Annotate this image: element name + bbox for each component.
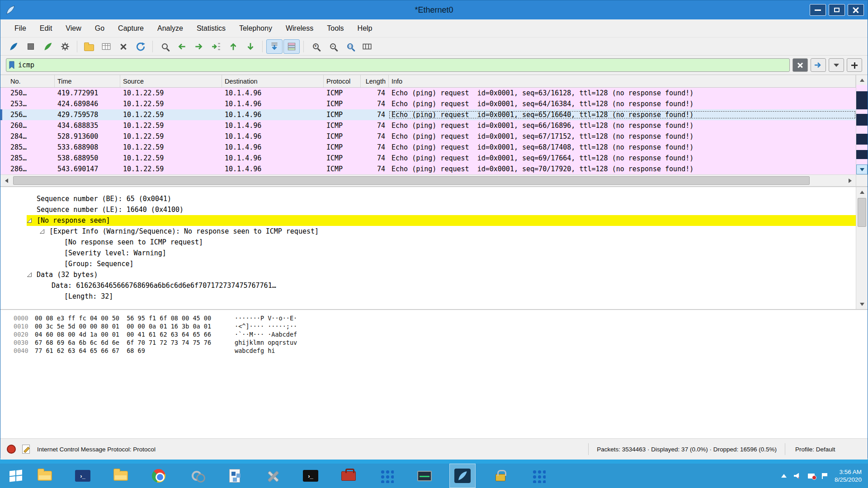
- capture-options-button[interactable]: [57, 39, 73, 54]
- hex-line[interactable]: 003067 68 69 6a 6b 6c 6d 6e 6f 70 71 72 …: [0, 339, 868, 347]
- action-center-icon[interactable]: [822, 473, 827, 479]
- taskbar-clock[interactable]: 3:56 AM 8/25/2020: [835, 468, 862, 483]
- taskbar-app-grid[interactable]: [373, 464, 400, 488]
- column-info[interactable]: Info: [389, 75, 856, 87]
- go-back-button[interactable]: [174, 39, 190, 54]
- taskbar-server-manager[interactable]: [335, 464, 362, 488]
- menu-help[interactable]: Help: [352, 22, 378, 35]
- details-scroll-up-button[interactable]: [856, 187, 868, 197]
- filter-dropdown-button[interactable]: [829, 58, 844, 72]
- restart-capture-button[interactable]: [40, 39, 56, 54]
- expert-info-button[interactable]: [7, 445, 16, 454]
- close-button[interactable]: [848, 4, 864, 16]
- taskbar-folder[interactable]: [108, 464, 134, 488]
- go-forward-button[interactable]: [191, 39, 207, 54]
- hex-line[interactable]: 004077 61 62 63 64 65 66 67 68 69wabcdef…: [0, 347, 868, 355]
- detail-line[interactable]: Data (32 bytes): [0, 269, 856, 280]
- expand-triangle-icon[interactable]: [39, 229, 45, 234]
- display-filter-input[interactable]: [18, 61, 788, 69]
- go-first-button[interactable]: [225, 39, 241, 54]
- menu-edit[interactable]: Edit: [34, 22, 58, 35]
- menu-view[interactable]: View: [60, 22, 87, 35]
- taskbar-services[interactable]: [184, 464, 210, 488]
- menu-go[interactable]: Go: [89, 22, 110, 35]
- packet-minimap[interactable]: [856, 85, 868, 164]
- taskbar-command-prompt[interactable]: ›_: [297, 464, 324, 488]
- hscroll-thumb[interactable]: [13, 176, 810, 185]
- details-scroll-track[interactable]: [856, 197, 868, 299]
- detail-line[interactable]: [No response seen to ICMP request]: [0, 237, 856, 248]
- maximize-button[interactable]: [829, 4, 845, 16]
- start-capture-button[interactable]: [5, 39, 22, 54]
- detail-line[interactable]: [Group: Sequence]: [0, 258, 856, 269]
- capture-comment-button[interactable]: [22, 445, 30, 454]
- zoom-original-button[interactable]: 1:1: [342, 39, 358, 54]
- save-file-button[interactable]: [98, 39, 114, 54]
- horizontal-scrollbar[interactable]: [0, 174, 868, 186]
- expand-triangle-icon[interactable]: [27, 272, 32, 277]
- display-filter-field[interactable]: [6, 58, 790, 72]
- taskbar-app-grid-2[interactable]: [525, 464, 552, 488]
- menu-telephony[interactable]: Telephony: [233, 22, 278, 35]
- hscroll-track[interactable]: [12, 175, 844, 186]
- taskbar-security-lock[interactable]: [487, 464, 514, 488]
- menu-statistics[interactable]: Statistics: [191, 22, 231, 35]
- detail-line-selected[interactable]: [No response seen]: [0, 215, 856, 226]
- detail-line[interactable]: Sequence number (LE): 16640 (0x4100): [0, 204, 856, 215]
- packet-row[interactable]: 285…533.68890810.1.22.5910.1.4.96ICMP74E…: [0, 142, 856, 153]
- details-scrollbar[interactable]: [856, 187, 868, 309]
- menu-analyze[interactable]: Analyze: [151, 22, 189, 35]
- packet-row[interactable]: 260…434.68883510.1.22.5910.1.4.96ICMP74E…: [0, 120, 856, 131]
- detail-line[interactable]: Data: 6162636465666768696a6b6c6d6e6f7071…: [0, 280, 856, 291]
- taskbar-admin-tools[interactable]: [259, 464, 286, 488]
- menu-tools[interactable]: Tools: [321, 22, 349, 35]
- network-error-icon[interactable]: [808, 474, 815, 479]
- apply-filter-button[interactable]: [811, 58, 826, 72]
- detail-line[interactable]: [Expert Info (Warning/Sequence): No resp…: [0, 226, 856, 237]
- menu-wireless[interactable]: Wireless: [280, 22, 319, 35]
- find-packet-button[interactable]: [156, 39, 173, 54]
- auto-scroll-toggle[interactable]: [266, 39, 283, 54]
- scroll-left-button[interactable]: [0, 175, 12, 186]
- scroll-down-button[interactable]: [856, 164, 868, 174]
- resize-columns-button[interactable]: [359, 39, 375, 54]
- details-scroll-thumb[interactable]: [858, 198, 866, 227]
- packet-list-scrollbar[interactable]: [856, 75, 868, 174]
- packet-row[interactable]: 286…543.69014710.1.22.5910.1.4.96ICMP74E…: [0, 164, 856, 174]
- close-file-button[interactable]: [115, 39, 132, 54]
- taskbar-powershell[interactable]: ›_: [70, 464, 96, 488]
- column-protocol[interactable]: Protocol: [324, 75, 361, 87]
- column-time[interactable]: Time: [55, 75, 120, 87]
- add-filter-button[interactable]: [847, 58, 862, 72]
- packet-row[interactable]: 284…528.91360010.1.22.5910.1.4.96ICMP74E…: [0, 131, 856, 142]
- hex-line[interactable]: 001000 3c 5e 5d 00 00 80 01 00 00 0a 01 …: [0, 323, 868, 331]
- packet-row-selected[interactable]: 256…429.75957810.1.22.5910.1.4.96ICMP74E…: [0, 109, 856, 120]
- column-destination[interactable]: Destination: [222, 75, 324, 87]
- scroll-right-button[interactable]: [844, 175, 856, 186]
- reload-button[interactable]: [132, 39, 149, 54]
- go-to-packet-button[interactable]: [208, 39, 224, 54]
- show-hidden-icons-button[interactable]: [781, 474, 787, 478]
- start-button[interactable]: [0, 464, 32, 488]
- column-length[interactable]: Length: [361, 75, 389, 87]
- zoom-in-button[interactable]: +: [307, 39, 324, 54]
- menu-file[interactable]: File: [9, 22, 32, 35]
- packet-row[interactable]: 253…424.68984610.1.22.5910.1.4.96ICMP74E…: [0, 99, 856, 109]
- colorize-toggle[interactable]: [283, 39, 300, 54]
- clear-filter-button[interactable]: [793, 58, 808, 72]
- detail-line[interactable]: [Severity level: Warning]: [0, 248, 856, 258]
- taskbar-performance-monitor[interactable]: [411, 464, 438, 488]
- hex-line[interactable]: 002004 60 08 00 4d 1a 00 01 00 41 61 62 …: [0, 331, 868, 339]
- minimize-button[interactable]: [810, 4, 826, 16]
- stop-capture-button[interactable]: [23, 39, 39, 54]
- detail-line[interactable]: [Length: 32]: [0, 291, 856, 302]
- column-source[interactable]: Source: [120, 75, 222, 87]
- packet-row[interactable]: 285…538.68895010.1.22.5910.1.4.96ICMP74E…: [0, 153, 856, 164]
- open-file-button[interactable]: [81, 39, 97, 54]
- taskbar-registry-editor[interactable]: [222, 464, 248, 488]
- volume-muted-icon[interactable]: [794, 473, 801, 479]
- zoom-out-button[interactable]: −: [325, 39, 341, 54]
- column-no[interactable]: No.: [0, 75, 55, 87]
- taskbar-chrome[interactable]: [146, 464, 172, 488]
- status-profile[interactable]: Profile: Default: [793, 446, 861, 453]
